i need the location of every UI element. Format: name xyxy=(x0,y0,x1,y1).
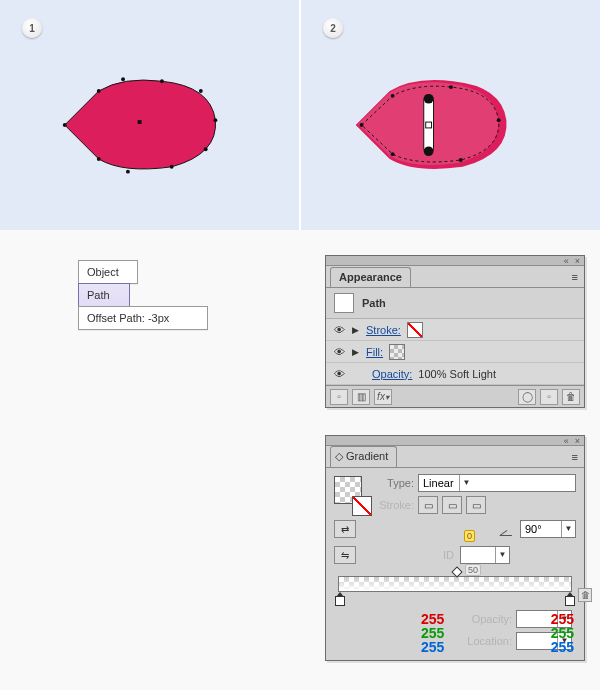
aspect-icon: ID xyxy=(443,549,454,561)
expand-icon[interactable]: ▶ xyxy=(352,347,360,357)
svg-point-1 xyxy=(97,89,101,93)
close-icon[interactable]: × xyxy=(575,436,580,446)
chevron-down-icon[interactable]: ▼ xyxy=(495,547,509,563)
stroke-link[interactable]: Stroke: xyxy=(366,324,401,336)
appearance-fill-row[interactable]: 👁 ▶ Fill: xyxy=(326,341,584,363)
tab-appearance[interactable]: Appearance xyxy=(330,267,411,287)
gradient-tabbar: ◇ Gradient ≡ xyxy=(326,446,584,468)
svg-point-16 xyxy=(391,94,395,98)
appearance-panel: « × Appearance ≡ Path 👁 ▶ Stroke: 👁 ▶ Fi… xyxy=(325,255,585,408)
angle-input[interactable] xyxy=(521,523,561,535)
aspect-field[interactable]: 0 ▼ 50 xyxy=(460,546,510,564)
type-label: Type: xyxy=(376,477,414,489)
fill-link[interactable]: Fill: xyxy=(366,346,383,358)
panel-controls: « × xyxy=(326,436,584,446)
effects-button[interactable]: fx▾ xyxy=(374,389,392,405)
svg-point-17 xyxy=(449,85,453,89)
gradient-stop-right[interactable] xyxy=(565,592,575,604)
menu-path-stack: Object Path Offset Path: -3px xyxy=(78,260,253,329)
svg-point-9 xyxy=(126,170,130,174)
chevron-down-icon[interactable]: ▼ xyxy=(459,475,473,491)
duplicate-button[interactable]: ▫ xyxy=(540,389,558,405)
midpoint-badge: 50 xyxy=(465,564,481,576)
svg-point-0 xyxy=(63,123,67,127)
footer-btn-1[interactable]: ▫ xyxy=(330,389,348,405)
aspect-badge: 0 xyxy=(464,530,475,542)
stroke-mode-1[interactable]: ▭ xyxy=(418,496,438,514)
menu-path-offset[interactable]: Offset Path: -3px xyxy=(78,306,208,330)
svg-rect-10 xyxy=(138,120,142,124)
menu-path-path[interactable]: Path xyxy=(78,283,130,307)
opacity-value: 100% Soft Light xyxy=(418,368,496,380)
chevron-down-icon[interactable]: ▼ xyxy=(561,521,575,537)
delete-stop-button[interactable]: 🗑 xyxy=(578,588,592,602)
rgb-right-stop: 255 255 255 xyxy=(551,612,574,654)
svg-point-20 xyxy=(391,152,395,156)
aspect-input[interactable] xyxy=(461,549,495,561)
collapse-icon[interactable]: « xyxy=(564,256,569,266)
appearance-footer: ▫ ▥ fx▾ ◯ ▫ 🗑 xyxy=(326,385,584,407)
artboard-1[interactable]: 1 xyxy=(0,0,301,230)
stroke-swatch-none[interactable] xyxy=(407,322,423,338)
target-thumbnail[interactable] xyxy=(334,293,354,313)
stroke-mode-3[interactable]: ▭ xyxy=(466,496,486,514)
svg-point-5 xyxy=(97,157,101,161)
svg-point-12 xyxy=(424,94,434,104)
gradient-bar[interactable]: 🗑 xyxy=(338,576,572,592)
reverse-gradient-button[interactable]: ⇄ xyxy=(334,520,356,538)
svg-point-6 xyxy=(121,77,125,81)
svg-point-3 xyxy=(213,118,217,122)
angle-field[interactable]: ▼ xyxy=(520,520,576,538)
svg-point-7 xyxy=(199,89,203,93)
step-badge-1: 1 xyxy=(22,18,42,38)
panel-menu-icon[interactable]: ≡ xyxy=(566,447,584,467)
svg-point-13 xyxy=(424,146,434,156)
gradient-panel: « × ◇ Gradient ≡ Type: ▼ Stroke: xyxy=(325,435,585,661)
reverse-stops-button[interactable]: ⇋ xyxy=(334,546,356,564)
target-label: Path xyxy=(362,297,386,309)
gradient-preview[interactable] xyxy=(334,476,370,512)
artboard-row: 1 2 xyxy=(0,0,600,230)
visibility-icon[interactable]: 👁 xyxy=(332,368,346,380)
panel-controls: « × xyxy=(326,256,584,266)
menu-path-object[interactable]: Object xyxy=(78,260,138,284)
appearance-stroke-row[interactable]: 👁 ▶ Stroke: xyxy=(326,319,584,341)
expand-icon[interactable]: ▶ xyxy=(352,325,360,335)
panel-menu-icon[interactable]: ≡ xyxy=(566,267,584,287)
collapse-icon[interactable]: « xyxy=(564,436,569,446)
fish-shape-1[interactable] xyxy=(55,70,230,180)
step-badge-2: 2 xyxy=(323,18,343,38)
clear-button[interactable]: ◯ xyxy=(518,389,536,405)
visibility-icon[interactable]: 👁 xyxy=(332,346,346,358)
appearance-tabbar: Appearance ≡ xyxy=(326,266,584,288)
tab-gradient[interactable]: ◇ Gradient xyxy=(330,446,397,467)
svg-point-19 xyxy=(459,158,463,162)
opacity-label: Opacity: xyxy=(472,613,512,625)
opacity-link[interactable]: Opacity: xyxy=(372,368,412,380)
svg-point-15 xyxy=(360,123,364,127)
fish-shape-2[interactable] xyxy=(346,70,521,180)
gradient-secondary-swatch[interactable] xyxy=(352,496,372,516)
svg-point-18 xyxy=(497,118,501,122)
stroke-label: Stroke: xyxy=(376,499,414,511)
gradient-stop-left[interactable] xyxy=(335,592,345,604)
svg-rect-14 xyxy=(426,122,432,128)
rgb-left-stop: 255 255 255 xyxy=(421,612,444,654)
location-label: Location: xyxy=(467,635,512,647)
type-input[interactable] xyxy=(419,477,459,489)
type-dropdown[interactable]: ▼ xyxy=(418,474,576,492)
appearance-opacity-row[interactable]: 👁 Opacity: 100% Soft Light xyxy=(326,363,584,385)
fill-swatch[interactable] xyxy=(389,344,405,360)
svg-point-2 xyxy=(160,79,164,83)
delete-button[interactable]: 🗑 xyxy=(562,389,580,405)
artboard-2[interactable]: 2 xyxy=(301,0,600,230)
angle-icon xyxy=(500,522,514,536)
stroke-mode-2[interactable]: ▭ xyxy=(442,496,462,514)
svg-point-4 xyxy=(170,165,174,169)
svg-point-8 xyxy=(204,147,208,151)
visibility-icon[interactable]: 👁 xyxy=(332,324,346,336)
appearance-target-row: Path xyxy=(326,288,584,319)
close-icon[interactable]: × xyxy=(575,256,580,266)
footer-btn-2[interactable]: ▥ xyxy=(352,389,370,405)
